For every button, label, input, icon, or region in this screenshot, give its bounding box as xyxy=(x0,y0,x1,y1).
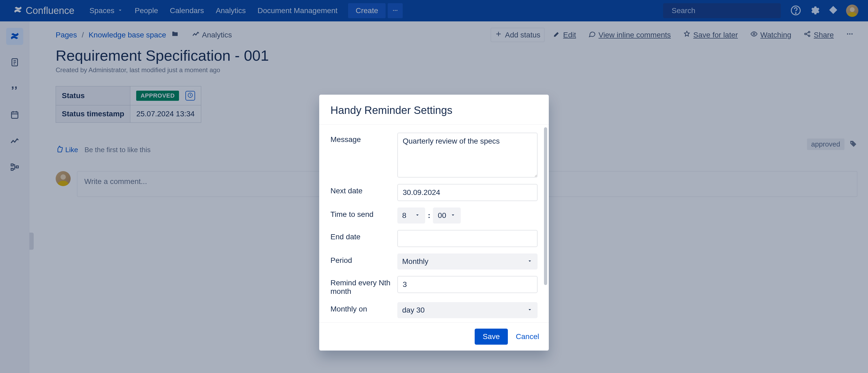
time-minute-select[interactable]: 00 xyxy=(433,207,461,224)
end-date-input[interactable] xyxy=(397,230,537,247)
time-minute-value: 00 xyxy=(438,211,446,220)
time-hour-select[interactable]: 8 xyxy=(397,207,425,224)
cancel-button[interactable]: Cancel xyxy=(516,332,539,341)
next-date-label: Next date xyxy=(331,184,392,195)
time-colon: : xyxy=(428,211,430,220)
reminder-dialog: Handy Reminder Settings Message Next dat… xyxy=(319,95,549,350)
message-input[interactable] xyxy=(397,133,537,177)
nth-label: Remind every Nth month xyxy=(331,276,392,296)
dialog-title: Handy Reminder Settings xyxy=(319,95,549,125)
scrollbar-thumb[interactable] xyxy=(544,127,547,285)
nth-input[interactable] xyxy=(397,276,537,293)
modal-overlay: Handy Reminder Settings Message Next dat… xyxy=(0,0,868,373)
monthly-on-label: Monthly on xyxy=(331,302,392,313)
time-label: Time to send xyxy=(331,207,392,219)
save-button[interactable]: Save xyxy=(475,329,508,345)
monthly-on-value: day 30 xyxy=(402,306,425,314)
time-hour-value: 8 xyxy=(402,211,406,220)
dialog-body: Message Next date Time to send 8 : xyxy=(319,125,549,323)
chevron-down-icon xyxy=(527,257,533,266)
period-select[interactable]: Monthly xyxy=(397,253,537,270)
message-label: Message xyxy=(331,133,392,144)
chevron-down-icon xyxy=(414,211,421,220)
end-date-label: End date xyxy=(331,230,392,241)
monthly-on-select[interactable]: day 30 xyxy=(397,302,537,318)
period-value: Monthly xyxy=(402,257,428,266)
dialog-footer: Save Cancel xyxy=(319,323,549,350)
chevron-down-icon xyxy=(450,211,456,220)
period-label: Period xyxy=(331,253,392,265)
chevron-down-icon xyxy=(527,306,533,314)
next-date-input[interactable] xyxy=(397,184,537,201)
